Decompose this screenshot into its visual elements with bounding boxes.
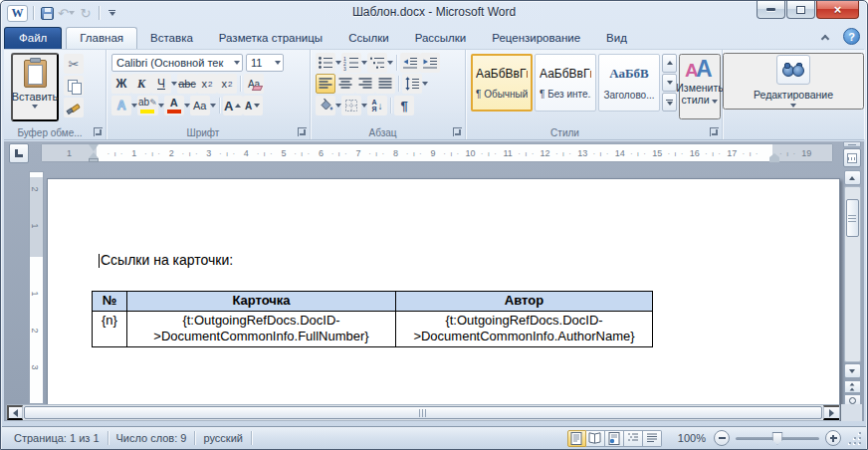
show-formatting-marks-button[interactable]: ¶ bbox=[394, 96, 414, 115]
decrease-indent-button[interactable] bbox=[400, 53, 420, 73]
tab-stop-selector[interactable] bbox=[9, 143, 29, 163]
tab-mailings[interactable]: Рассылки bbox=[402, 28, 480, 49]
change-styles-button[interactable]: AA Изменить стили bbox=[679, 54, 721, 119]
document-table[interactable]: № Карточка Автор {n} {t:OutgoingRefDocs.… bbox=[92, 291, 653, 347]
zoom-level-button[interactable]: 100% bbox=[678, 432, 706, 444]
table-header-num[interactable]: № bbox=[93, 292, 127, 312]
editing-button[interactable]: Редактирование bbox=[723, 53, 864, 110]
align-right-button[interactable] bbox=[355, 74, 375, 94]
undo-button[interactable]: ↶ bbox=[58, 5, 75, 21]
help-button[interactable]: ? bbox=[843, 28, 860, 45]
table-cell-num[interactable]: {n} bbox=[93, 312, 127, 347]
numbering-button[interactable]: 123 bbox=[341, 53, 361, 73]
web-layout-view-button[interactable] bbox=[605, 430, 624, 447]
table-header-card[interactable]: Карточка bbox=[127, 292, 396, 312]
shading-button[interactable] bbox=[316, 96, 335, 115]
increase-indent-button[interactable] bbox=[420, 53, 440, 73]
line-spacing-button[interactable] bbox=[402, 74, 422, 94]
document-paragraph[interactable]: Ссылки на карточки: bbox=[99, 252, 233, 268]
align-left-button[interactable] bbox=[316, 74, 335, 94]
save-button[interactable] bbox=[39, 5, 55, 21]
shrink-font-button[interactable]: А bbox=[243, 96, 263, 115]
word-count-status[interactable]: Число слов: 9 bbox=[108, 432, 195, 444]
tab-view[interactable]: Вид bbox=[593, 28, 640, 49]
styles-dialog-launcher[interactable] bbox=[710, 127, 719, 136]
text-effects-button[interactable]: A bbox=[111, 96, 131, 115]
scroll-right-button[interactable] bbox=[823, 405, 839, 420]
italic-button[interactable]: К bbox=[131, 74, 151, 94]
previous-page-button[interactable] bbox=[844, 380, 861, 393]
style-heading1[interactable]: АаБбВ Заголово... bbox=[598, 54, 660, 112]
justify-button[interactable] bbox=[375, 74, 395, 94]
align-center-button[interactable] bbox=[335, 74, 355, 94]
subscript-button[interactable]: x2 bbox=[197, 74, 217, 94]
font-size-combobox[interactable]: 11 bbox=[246, 54, 284, 72]
highlight-color-button[interactable]: ab✎ bbox=[137, 96, 158, 115]
split-handle[interactable] bbox=[843, 141, 861, 147]
resize-grip[interactable] bbox=[849, 432, 862, 445]
zoom-slider-thumb[interactable] bbox=[772, 432, 783, 445]
line-spacing-dropdown-icon[interactable] bbox=[422, 82, 428, 86]
table-cell-card[interactable]: {t:OutgoingRefDocs.DocID- >DocumentCommo… bbox=[127, 312, 396, 347]
strikethrough-button[interactable]: abc bbox=[177, 74, 197, 94]
underline-button[interactable]: Ч bbox=[151, 74, 171, 94]
customize-qat-button[interactable] bbox=[105, 5, 120, 21]
restore-button[interactable] bbox=[786, 1, 815, 19]
vertical-scroll-track[interactable] bbox=[844, 186, 861, 362]
ruler-toggle-button[interactable] bbox=[843, 148, 861, 167]
scroll-down-button[interactable] bbox=[844, 363, 861, 378]
sort-button[interactable]: АЯ↓ bbox=[367, 96, 387, 115]
bullets-button[interactable] bbox=[316, 53, 335, 73]
font-color-button[interactable]: A bbox=[164, 96, 184, 115]
language-status[interactable]: русский bbox=[195, 432, 250, 444]
horizontal-scroll-thumb[interactable] bbox=[24, 406, 822, 419]
copy-button[interactable] bbox=[64, 76, 84, 96]
change-case-dropdown-icon[interactable] bbox=[210, 104, 216, 108]
clipboard-dialog-launcher[interactable] bbox=[94, 127, 103, 136]
tab-insert[interactable]: Вставка bbox=[137, 28, 206, 49]
word-logo-icon[interactable]: W bbox=[7, 5, 28, 22]
page-count-status[interactable]: Страница: 1 из 1 bbox=[6, 432, 108, 444]
multilevel-list-button[interactable] bbox=[367, 53, 387, 73]
left-indent-marker[interactable] bbox=[89, 158, 99, 162]
cut-button[interactable]: ✂ bbox=[64, 54, 84, 74]
tab-references[interactable]: Ссылки bbox=[335, 28, 402, 49]
styles-more-button[interactable] bbox=[662, 93, 677, 112]
bold-button[interactable]: Ж bbox=[111, 74, 131, 94]
zoom-out-button[interactable] bbox=[714, 430, 730, 446]
scroll-left-button[interactable] bbox=[7, 405, 23, 420]
superscript-button[interactable]: x2 bbox=[217, 74, 237, 94]
tab-review[interactable]: Рецензирование bbox=[479, 28, 593, 49]
close-button[interactable]: × bbox=[816, 1, 859, 19]
full-screen-reading-view-button[interactable] bbox=[586, 430, 605, 447]
zoom-slider[interactable] bbox=[736, 437, 819, 440]
tab-home[interactable]: Главная bbox=[66, 27, 137, 49]
scroll-up-button[interactable] bbox=[844, 170, 861, 185]
highlight-dropdown-icon[interactable] bbox=[158, 104, 164, 108]
table-cell-author[interactable]: {t:OutgoingRefDocs.DocID- >DocumentCommo… bbox=[396, 312, 653, 347]
multilevel-dropdown-icon[interactable] bbox=[387, 61, 393, 65]
tab-file[interactable]: Файл bbox=[4, 27, 62, 49]
redo-button[interactable]: ↻ bbox=[78, 5, 94, 21]
minimize-button[interactable] bbox=[757, 1, 785, 19]
borders-button[interactable] bbox=[341, 96, 361, 115]
document-page[interactable]: Ссылки на карточки: № Карточка Автор {n}… bbox=[47, 178, 840, 421]
first-line-indent-marker[interactable] bbox=[89, 144, 99, 151]
change-case-button[interactable]: Aa bbox=[190, 96, 210, 115]
font-dialog-launcher[interactable] bbox=[298, 127, 307, 136]
paragraph-dialog-launcher[interactable] bbox=[453, 127, 462, 136]
style-no-spacing[interactable]: АаБбВвГг, ¶ Без инте... bbox=[535, 54, 596, 112]
draft-view-button[interactable] bbox=[643, 430, 662, 447]
zoom-in-button[interactable] bbox=[825, 430, 841, 446]
minimize-ribbon-button[interactable] bbox=[817, 29, 833, 45]
paste-button[interactable]: Вставить bbox=[11, 53, 59, 121]
clear-formatting-button[interactable]: Aa bbox=[244, 74, 264, 94]
vertical-scroll-thumb[interactable] bbox=[846, 199, 859, 237]
print-layout-view-button[interactable] bbox=[567, 430, 586, 447]
format-painter-button[interactable] bbox=[64, 98, 84, 117]
styles-scroll-down-button[interactable] bbox=[662, 74, 677, 93]
tab-page-layout[interactable]: Разметка страницы bbox=[206, 28, 335, 49]
table-header-author[interactable]: Автор bbox=[396, 292, 653, 312]
font-color-dropdown-icon[interactable] bbox=[184, 104, 190, 108]
font-name-combobox[interactable]: Calibri (Основной тек bbox=[111, 54, 243, 72]
